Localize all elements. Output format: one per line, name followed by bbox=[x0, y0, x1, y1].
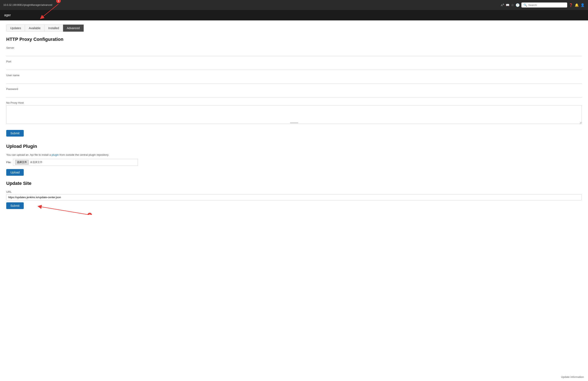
annotation-arrow-2 bbox=[6, 200, 131, 215]
server-label: Server bbox=[6, 46, 582, 49]
url-label: URL bbox=[6, 190, 582, 193]
port-input[interactable] bbox=[6, 64, 582, 70]
file-row: File: 选择文件 未选择文件 bbox=[6, 159, 582, 166]
browser-bar: 10.0.32.199:8081//pluginManager/advanced… bbox=[0, 0, 588, 10]
password-input[interactable] bbox=[6, 91, 582, 97]
translate-icon[interactable]: AA bbox=[501, 3, 504, 7]
address-bar: 10.0.32.199:8081//pluginManager/advanced bbox=[3, 3, 498, 6]
upload-plugin-heading: Upload Plugin bbox=[6, 144, 582, 149]
bell-icon[interactable]: 🔔 bbox=[575, 3, 579, 7]
http-proxy-submit-button[interactable]: Submit bbox=[6, 130, 24, 137]
choose-file-button[interactable]: 选择文件 bbox=[15, 160, 29, 165]
no-proxy-host-textarea-container bbox=[6, 105, 582, 125]
help-circle-icon[interactable]: ❓ bbox=[569, 3, 573, 7]
upload-plugin-section: Upload Plugin You can upload an .hpi fil… bbox=[6, 144, 582, 181]
url-input[interactable] bbox=[6, 194, 582, 200]
file-label: File: bbox=[6, 161, 11, 164]
update-site-section: Update Site URL 2 Submit bbox=[6, 181, 582, 211]
file-input-box: 选择文件 未选择文件 bbox=[13, 159, 138, 166]
browser-search-box[interactable]: 🔍 bbox=[521, 2, 567, 7]
http-proxy-heading: HTTP Proxy Configuration bbox=[6, 37, 582, 42]
favorites-icon[interactable]: ☆ bbox=[511, 3, 514, 7]
server-field-group: Server bbox=[6, 46, 582, 56]
username-label: User name bbox=[6, 74, 582, 77]
upload-button[interactable]: Upload bbox=[6, 169, 24, 176]
no-proxy-host-label: No Proxy Host bbox=[6, 101, 582, 104]
search-icon: 🔍 bbox=[524, 3, 527, 7]
password-field-group: Password bbox=[6, 87, 582, 97]
user-icon[interactable]: 👤 bbox=[581, 3, 585, 7]
tab-advanced[interactable]: Advanced bbox=[63, 24, 84, 32]
jenkins-header: ager bbox=[0, 10, 588, 21]
server-input[interactable] bbox=[6, 50, 582, 56]
browser-search-area: AA 📖 ☆ 🕐 🔍 ❓ 🔔 👤 bbox=[501, 2, 585, 7]
username-input[interactable] bbox=[6, 78, 582, 84]
annotation-circle-2: 2 bbox=[87, 213, 92, 215]
file-name-display: 未选择文件 bbox=[30, 161, 42, 164]
port-label: Port bbox=[6, 60, 582, 63]
clock-icon[interactable]: 🕐 bbox=[516, 3, 520, 7]
port-field-group: Port bbox=[6, 60, 582, 70]
tab-installed[interactable]: Installed bbox=[44, 24, 63, 32]
upload-plugin-desc: You can upload an .hpi file to install a… bbox=[6, 153, 582, 156]
update-site-heading: Update Site bbox=[6, 181, 582, 186]
tab-updates[interactable]: Updates bbox=[6, 24, 25, 32]
password-label: Password bbox=[6, 87, 582, 91]
search-input[interactable] bbox=[528, 3, 565, 7]
tabs-container: Updates Available Installed Advanced bbox=[6, 24, 582, 32]
reading-icon[interactable]: 📖 bbox=[506, 3, 509, 7]
plugin-link[interactable]: plugin bbox=[52, 153, 59, 156]
no-proxy-host-textarea[interactable] bbox=[6, 105, 582, 124]
no-proxy-host-field-group: No Proxy Host bbox=[6, 101, 582, 125]
svg-line-1 bbox=[40, 207, 89, 215]
update-site-submit-button[interactable]: Submit bbox=[6, 202, 24, 209]
main-content: Updates Available Installed Advanced HTT… bbox=[0, 21, 588, 215]
username-field-group: User name bbox=[6, 74, 582, 84]
page-title: ager bbox=[4, 13, 11, 17]
page-wrapper: 10.0.32.199:8081//pluginManager/advanced… bbox=[0, 0, 588, 215]
tab-available[interactable]: Available bbox=[25, 24, 44, 32]
